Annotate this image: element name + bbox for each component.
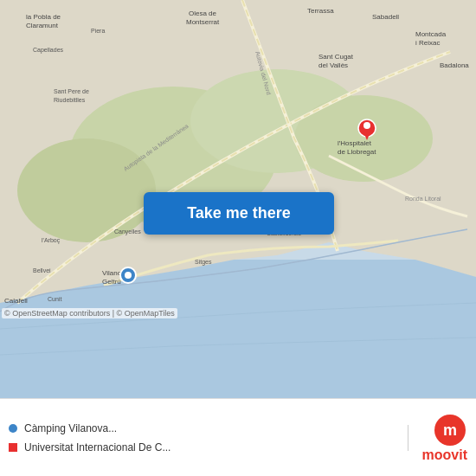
separator bbox=[408, 425, 408, 451]
map-attribution: © OpenStreetMap contributors | © OpenMap… bbox=[2, 308, 177, 318]
svg-text:Claramunt: Claramunt bbox=[26, 22, 59, 29]
svg-text:l'Arboç: l'Arboç bbox=[42, 237, 61, 244]
svg-point-40 bbox=[125, 272, 132, 279]
bottom-bar: Càmping Vilanova... Universitat Internac… bbox=[0, 398, 476, 476]
moovit-logo-svg: m bbox=[433, 413, 467, 447]
svg-text:Capellades: Capellades bbox=[33, 47, 64, 54]
svg-text:Bellvei: Bellvei bbox=[33, 267, 51, 273]
destination-row: Universitat Internacional De C... bbox=[9, 438, 401, 457]
take-me-there-button[interactable]: Take me there bbox=[144, 192, 334, 235]
svg-point-4 bbox=[17, 138, 156, 242]
svg-text:de Llobregat: de Llobregat bbox=[338, 148, 376, 156]
svg-text:Badalona: Badalona bbox=[440, 61, 469, 69]
svg-text:Montcada: Montcada bbox=[415, 30, 447, 38]
svg-point-38 bbox=[363, 122, 370, 129]
origin-label: Càmping Vilanova... bbox=[24, 422, 117, 434]
main-container: la Pobla de Claramunt Capellades Piera O… bbox=[0, 0, 476, 476]
svg-text:l'Hospitalet: l'Hospitalet bbox=[338, 139, 372, 147]
svg-text:Cunit: Cunit bbox=[48, 296, 61, 302]
svg-text:Terrassa: Terrassa bbox=[307, 7, 334, 15]
svg-point-6 bbox=[294, 95, 433, 182]
svg-text:Sant Cugat: Sant Cugat bbox=[318, 53, 354, 61]
svg-text:Piera: Piera bbox=[91, 28, 105, 34]
svg-text:Ronda Litoral: Ronda Litoral bbox=[405, 196, 441, 202]
svg-text:i Reixac: i Reixac bbox=[415, 39, 440, 47]
svg-text:Olesa de: Olesa de bbox=[189, 10, 217, 17]
svg-text:la Pobla de: la Pobla de bbox=[26, 13, 61, 21]
svg-text:Calafell: Calafell bbox=[4, 297, 28, 305]
svg-text:Sitges: Sitges bbox=[195, 259, 212, 266]
destination-dot bbox=[9, 443, 17, 452]
svg-text:Sabadell: Sabadell bbox=[372, 13, 399, 21]
svg-text:Riudebitlles: Riudebitlles bbox=[54, 97, 86, 103]
svg-text:del Vallès: del Vallès bbox=[318, 61, 348, 69]
svg-text:Geltrú: Geltrú bbox=[102, 278, 121, 286]
route-info: Càmping Vilanova... Universitat Internac… bbox=[9, 419, 401, 457]
origin-dot bbox=[9, 424, 17, 433]
svg-text:m: m bbox=[443, 421, 457, 439]
moovit-logo: m moovit bbox=[422, 413, 467, 463]
map-view: la Pobla de Claramunt Capellades Piera O… bbox=[0, 0, 476, 398]
svg-text:Montserrat: Montserrat bbox=[186, 18, 220, 26]
svg-text:Canyelles: Canyelles bbox=[114, 228, 141, 235]
origin-row: Càmping Vilanova... bbox=[9, 419, 401, 438]
moovit-brand-text: moovit bbox=[422, 447, 467, 463]
destination-label: Universitat Internacional De C... bbox=[24, 441, 170, 453]
svg-text:Sant Pere de: Sant Pere de bbox=[54, 88, 89, 94]
